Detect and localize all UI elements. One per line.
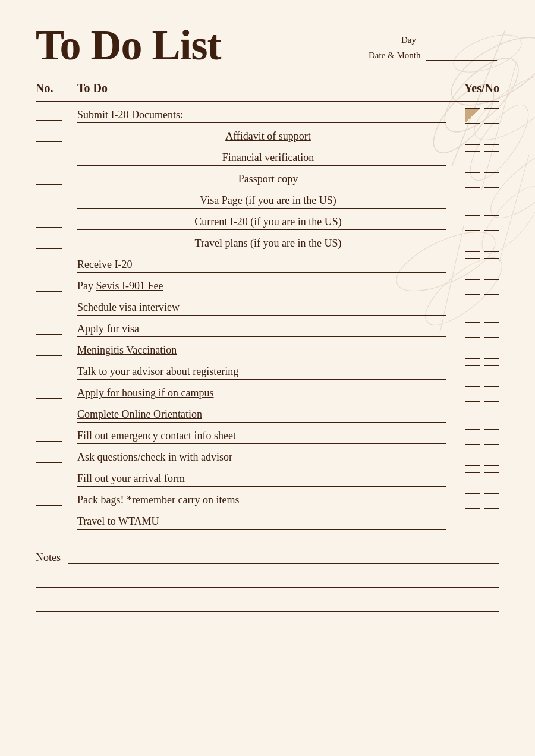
checkbox-no-12[interactable] [484, 344, 499, 359]
task-boxes-7 [446, 237, 499, 252]
checkbox-yes-15[interactable] [465, 408, 480, 423]
checkbox-yes-10[interactable] [465, 301, 480, 316]
checkbox-no-15[interactable] [484, 408, 499, 423]
task-number-13 [36, 367, 77, 379]
checkbox-no-11[interactable] [484, 322, 499, 338]
task-boxes-10 [446, 301, 499, 316]
header-divider [36, 73, 499, 73]
checkbox-yes-17[interactable] [465, 451, 480, 466]
checkbox-no-2[interactable] [484, 130, 499, 145]
task-number-20 [36, 516, 77, 528]
date-month-input[interactable] [426, 50, 497, 61]
task-boxes-14 [446, 386, 499, 402]
task-text-2: Affidavit of support [77, 130, 446, 144]
task-number-11 [36, 324, 77, 336]
task-text-18: Fill out your arrival form [77, 472, 446, 487]
task-no-line [36, 260, 62, 270]
checkbox-yes-9[interactable] [465, 279, 480, 295]
checkbox-yes-3[interactable] [465, 151, 480, 166]
task-text-15: Complete Online Orientation [77, 408, 446, 423]
task-text-5: Visa Page (if you are in the US) [77, 194, 446, 209]
task-number-5 [36, 196, 77, 207]
task-number-15 [36, 410, 77, 421]
checkbox-yes-16[interactable] [465, 429, 480, 445]
task-no-line [36, 196, 62, 206]
date-fields: Day Date & Month [369, 24, 499, 61]
checkbox-no-8[interactable] [484, 258, 499, 273]
task-row: Passport copy [36, 169, 499, 191]
checkbox-no-1[interactable] [484, 108, 499, 124]
task-boxes-16 [446, 429, 499, 445]
task-list: Submit I-20 Documents:Affidavit of suppo… [36, 105, 499, 533]
checkbox-yes-7[interactable] [465, 237, 480, 252]
task-row: Schedule visa interview [36, 298, 499, 319]
checkbox-no-17[interactable] [484, 451, 499, 466]
task-number-18 [36, 474, 77, 486]
task-no-line [36, 388, 62, 399]
task-boxes-19 [446, 493, 499, 509]
notes-line-3 [36, 598, 499, 612]
checkbox-yes-2[interactable] [465, 130, 480, 145]
task-number-14 [36, 388, 77, 400]
task-boxes-11 [446, 322, 499, 338]
col-header-todo: To Do [77, 81, 446, 95]
task-text-13: Talk to your advisor about registering [77, 366, 446, 380]
task-number-10 [36, 303, 77, 314]
task-no-line [36, 452, 62, 463]
task-row: Receive I-20 [36, 255, 499, 276]
task-no-line [36, 345, 62, 356]
checkbox-yes-18[interactable] [465, 472, 480, 487]
task-boxes-1 [446, 108, 499, 124]
checkbox-no-4[interactable] [484, 172, 499, 188]
task-no-line [36, 324, 62, 335]
checkbox-yes-14[interactable] [465, 386, 480, 402]
checkbox-no-13[interactable] [484, 365, 499, 380]
task-row: Meningitis Vaccination [36, 341, 499, 362]
checkbox-no-18[interactable] [484, 472, 499, 487]
page: To Do List Day Date & Month No. To Do Ye… [0, 0, 535, 756]
checkbox-no-6[interactable] [484, 215, 499, 231]
date-month-label: Date & Month [369, 51, 421, 61]
checkbox-yes-12[interactable] [465, 344, 480, 359]
checkbox-no-7[interactable] [484, 237, 499, 252]
task-row: Current I-20 (if you are in the US) [36, 212, 499, 234]
checkbox-no-20[interactable] [484, 515, 499, 530]
checkbox-no-16[interactable] [484, 429, 499, 445]
checkbox-yes-5[interactable] [465, 194, 480, 209]
task-boxes-5 [446, 194, 499, 209]
notes-line-4 [36, 622, 499, 635]
checkbox-yes-8[interactable] [465, 258, 480, 273]
checkbox-no-10[interactable] [484, 301, 499, 316]
checkbox-no-19[interactable] [484, 493, 499, 509]
task-text-3: Financial verification [77, 152, 446, 166]
checkbox-yes-4[interactable] [465, 172, 480, 188]
checkbox-yes-1[interactable] [465, 108, 480, 124]
checkbox-no-9[interactable] [484, 279, 499, 295]
checkbox-no-5[interactable] [484, 194, 499, 209]
day-input[interactable] [421, 34, 492, 45]
checkbox-yes-19[interactable] [465, 493, 480, 509]
checkbox-yes-6[interactable] [465, 215, 480, 231]
task-no-line [36, 131, 62, 142]
task-boxes-17 [446, 451, 499, 466]
task-no-line [36, 474, 62, 484]
svg-line-10 [499, 155, 529, 262]
col-header-yesno: Yes/No [446, 81, 499, 95]
task-no-line [36, 410, 62, 420]
task-text-8: Receive I-20 [77, 259, 446, 273]
checkbox-yes-13[interactable] [465, 365, 480, 380]
task-number-6 [36, 217, 77, 229]
task-text-4: Passport copy [77, 173, 446, 187]
checkbox-yes-11[interactable] [465, 322, 480, 338]
task-no-line [36, 110, 62, 121]
task-number-16 [36, 431, 77, 443]
task-row: Pay Sevis I-901 Fee [36, 276, 499, 298]
task-row: Affidavit of support [36, 127, 499, 148]
task-row: Pack bags! *remember carry on items [36, 490, 499, 512]
task-text-1: Submit I-20 Documents: [77, 109, 446, 123]
checkbox-no-14[interactable] [484, 386, 499, 402]
checkbox-yes-20[interactable] [465, 515, 480, 530]
task-number-7 [36, 238, 77, 250]
task-text-16: Fill out emergency contact info sheet [77, 430, 446, 444]
checkbox-no-3[interactable] [484, 151, 499, 166]
